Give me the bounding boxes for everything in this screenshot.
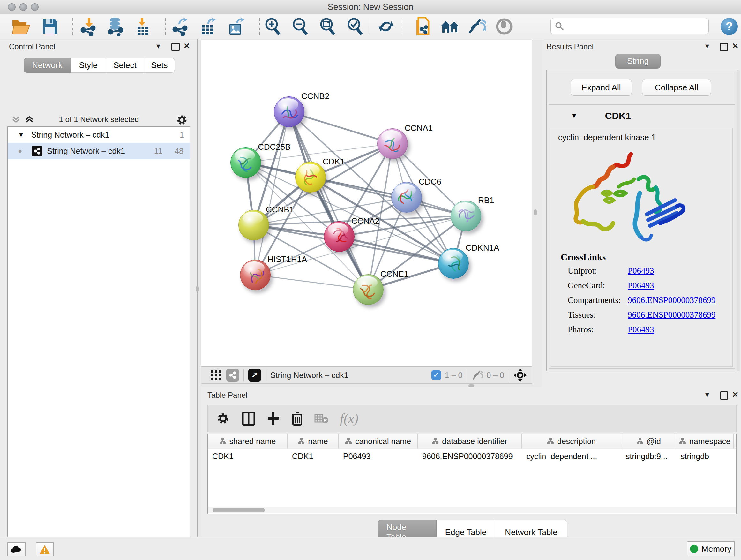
control-panel-menu-icon[interactable]: ▾ <box>156 42 160 51</box>
network-node-cdkn1a[interactable] <box>438 248 469 279</box>
add-column-icon[interactable] <box>267 412 279 425</box>
table-cell[interactable]: stringdb <box>676 449 734 464</box>
table-cell[interactable]: 9606.ENSP00000378699 <box>418 449 522 464</box>
import-network-file-icon[interactable] <box>78 17 99 37</box>
save-session-icon[interactable] <box>40 17 60 37</box>
vertical-splitter-handle[interactable] <box>534 209 537 215</box>
table-panel-title: Table Panel <box>207 391 247 400</box>
table-row[interactable]: CDK1CDK1P064939606.ENSP00000378699cyclin… <box>208 449 736 464</box>
import-string-network-icon[interactable] <box>412 17 433 37</box>
table-cell[interactable]: stringdb:9... <box>621 449 676 464</box>
export-image-icon[interactable] <box>226 17 246 37</box>
column-header[interactable]: name <box>287 434 339 449</box>
show-columns-icon[interactable] <box>242 412 255 426</box>
function-builder-icon[interactable]: f(x) <box>340 411 358 426</box>
collection-expand-icon[interactable]: ▼ <box>18 131 24 138</box>
results-panel-menu-icon[interactable]: ▾ <box>705 42 709 51</box>
tab-select[interactable]: Select <box>106 58 144 73</box>
zoom-out-icon[interactable] <box>290 17 310 37</box>
show-all-icon[interactable] <box>494 17 515 37</box>
delete-table-icon[interactable] <box>314 413 329 424</box>
results-scrollbar[interactable] <box>737 70 740 371</box>
network-options-gear-icon[interactable] <box>176 114 188 126</box>
network-row-selected[interactable]: ● String Network – cdk1 11 48 <box>8 143 190 159</box>
open-session-icon[interactable] <box>11 17 31 37</box>
grid-view-icon[interactable] <box>210 369 222 381</box>
table-cell[interactable]: cyclin–dependent ... <box>522 449 621 464</box>
cloud-status-button[interactable] <box>7 543 25 557</box>
table-horizontal-scrollbar[interactable] <box>208 507 736 513</box>
node-table[interactable]: shared namenamecanonical namedatabase id… <box>207 434 737 514</box>
scrollbar-thumb[interactable] <box>212 508 265 512</box>
column-header[interactable]: @id <box>621 434 676 449</box>
memory-button[interactable]: Memory <box>687 541 735 557</box>
tab-network[interactable]: Network <box>23 58 71 73</box>
network-collection-row[interactable]: ▼ String Network – cdk1 1 <box>8 127 190 143</box>
export-table-icon[interactable] <box>198 17 218 37</box>
hide-selected-icon[interactable] <box>467 17 487 37</box>
table-cell[interactable]: CDK1 <box>287 449 339 464</box>
open-in-window-icon[interactable]: ↗ <box>248 369 261 381</box>
refresh-icon[interactable] <box>376 17 396 37</box>
crosslink-link[interactable]: P06493 <box>628 281 654 291</box>
column-header[interactable]: shared name <box>208 434 287 449</box>
network-edge[interactable] <box>311 177 466 216</box>
network-node-ccna2[interactable] <box>324 221 354 252</box>
column-header[interactable]: canonical name <box>339 434 418 449</box>
import-network-database-icon[interactable] <box>105 17 126 37</box>
crosslink-link[interactable]: 9606.ENSP00000378699 <box>628 310 716 320</box>
table-panel-menu-icon[interactable]: ▾ <box>705 390 709 399</box>
network-node-ccnb1[interactable] <box>239 210 269 240</box>
column-header-label: canonical name <box>355 437 411 446</box>
collapse-all-button[interactable]: Collapse All <box>642 79 711 96</box>
birds-eye-view-icon[interactable] <box>514 368 527 382</box>
column-header[interactable]: description <box>522 434 621 449</box>
table-cell[interactable]: P06493 <box>339 449 418 464</box>
network-node-cdk1[interactable] <box>295 162 326 192</box>
tab-sets[interactable]: Sets <box>144 58 175 73</box>
tab-string[interactable]: String <box>615 54 661 69</box>
network-node-ccna1[interactable] <box>377 128 408 159</box>
network-canvas[interactable]: CCNB2CCNA1CDC25BCDK1CDC6RB1CCNB1CCNA2CDK… <box>201 40 532 367</box>
results-panel-close-icon[interactable]: ✕ <box>732 42 738 51</box>
table-panel-float-icon[interactable] <box>720 391 728 400</box>
gene-section-header[interactable]: ▼ CDK1 <box>549 105 735 127</box>
home-icon[interactable] <box>440 17 460 37</box>
help-button[interactable]: ? <box>721 18 738 35</box>
collapse-all-icon[interactable] <box>11 116 21 124</box>
import-table-file-icon[interactable] <box>133 17 153 37</box>
control-panel-float-icon[interactable] <box>172 43 180 51</box>
export-network-icon[interactable] <box>170 17 190 37</box>
table-options-gear-icon[interactable] <box>217 412 229 425</box>
vertical-splitter-handle[interactable] <box>196 286 199 292</box>
network-node-ccne1[interactable] <box>353 274 384 305</box>
delete-column-icon[interactable] <box>291 412 303 426</box>
network-node-cdc25b[interactable] <box>230 147 261 178</box>
control-panel-close-icon[interactable]: ✕ <box>184 42 190 51</box>
zoom-in-icon[interactable] <box>262 17 283 37</box>
network-share-icon[interactable] <box>226 369 239 381</box>
section-collapse-icon[interactable]: ▼ <box>570 112 578 120</box>
warning-status-button[interactable] <box>36 543 54 557</box>
crosslink-link[interactable]: P06493 <box>628 266 654 276</box>
network-node-cdc6[interactable] <box>391 182 422 212</box>
network-node-rb1[interactable] <box>451 200 481 231</box>
tab-style[interactable]: Style <box>71 58 106 73</box>
zoom-selected-icon[interactable] <box>345 17 365 37</box>
column-header[interactable]: namespace <box>676 434 734 449</box>
table-cell[interactable]: CDK1 <box>208 449 287 464</box>
crosslink-link[interactable]: P06493 <box>628 325 654 334</box>
zoom-fit-icon[interactable] <box>317 17 338 37</box>
network-node-hist1h1a[interactable] <box>240 260 271 290</box>
expand-all-icon[interactable] <box>24 116 35 124</box>
crosslink-link[interactable]: 9606.ENSP00000378699 <box>628 295 716 305</box>
table-panel-close-icon[interactable]: ✕ <box>732 390 738 399</box>
results-panel-float-icon[interactable] <box>720 43 728 51</box>
network-node-ccnb2[interactable] <box>274 97 305 127</box>
expand-all-button[interactable]: Expand All <box>570 79 632 96</box>
search-field[interactable] <box>550 18 709 35</box>
search-input[interactable] <box>567 22 709 30</box>
selected-checkbox-icon[interactable]: ✓ <box>431 370 441 380</box>
cloud-icon <box>10 546 22 553</box>
column-header[interactable]: database identifier <box>418 434 522 449</box>
